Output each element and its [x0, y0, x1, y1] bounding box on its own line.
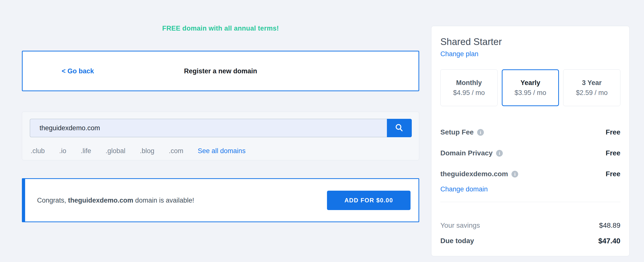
due-today-value: $47.40: [598, 237, 620, 245]
register-panel-title: Register a new domain: [23, 67, 418, 75]
tld-suggestion-io[interactable]: .io: [59, 147, 66, 155]
due-today-row: Due today $47.40: [440, 237, 620, 245]
term-label: Monthly: [456, 79, 482, 87]
plan-name: Shared Starter: [440, 36, 620, 48]
tld-suggestion-club[interactable]: .club: [30, 147, 45, 155]
availability-prefix: Congrats,: [37, 196, 68, 204]
tld-suggestions: .club .io .life .global .blog .com See a…: [30, 147, 246, 155]
line-item-value: Free: [606, 170, 620, 178]
term-option-3year[interactable]: 3 Year $2.59 / mo: [563, 69, 620, 106]
order-summary-card: Shared Starter Change plan Monthly $4.95…: [431, 26, 630, 256]
savings-row: Your savings $48.89: [440, 221, 620, 230]
line-item-setup-fee: Setup Fee i Free: [440, 128, 620, 136]
promo-banner: FREE domain with all annual terms!: [22, 24, 419, 32]
change-domain-link[interactable]: Change domain: [440, 185, 488, 193]
term-price: $3.95 / mo: [514, 89, 546, 97]
register-domain-panel: < Go back Register a new domain: [22, 51, 419, 91]
domain-search-input[interactable]: [30, 119, 387, 137]
line-item-label: Setup Fee: [440, 128, 474, 136]
availability-banner: Congrats, theguidexdemo.com domain is av…: [22, 178, 419, 222]
domain-search-card: .club .io .life .global .blog .com See a…: [22, 112, 419, 160]
tld-suggestion-global[interactable]: .global: [106, 147, 126, 155]
domain-registration-page: FREE domain with all annual terms! < Go …: [0, 0, 644, 262]
see-all-domains-link[interactable]: See all domains: [198, 147, 246, 155]
change-plan-link[interactable]: Change plan: [440, 50, 478, 58]
savings-label: Your savings: [440, 222, 480, 230]
tld-suggestion-com[interactable]: .com: [169, 147, 184, 155]
term-label: Yearly: [520, 79, 540, 87]
info-icon[interactable]: i: [512, 171, 518, 178]
info-icon[interactable]: i: [496, 150, 503, 156]
term-label: 3 Year: [582, 79, 602, 87]
summary-divider: [440, 202, 620, 202]
term-option-monthly[interactable]: Monthly $4.95 / mo: [440, 69, 498, 106]
info-icon[interactable]: i: [477, 129, 484, 136]
term-price: $2.59 / mo: [576, 89, 608, 97]
savings-value: $48.89: [599, 222, 620, 230]
search-button[interactable]: [387, 119, 412, 137]
tld-suggestion-life[interactable]: .life: [81, 147, 91, 155]
term-option-yearly[interactable]: Yearly $3.95 / mo: [502, 69, 559, 106]
search-icon: [394, 123, 404, 133]
line-item-domain: theguidexdemo.com i Free: [440, 170, 620, 178]
availability-message: Congrats, theguidexdemo.com domain is av…: [37, 196, 194, 204]
availability-suffix: domain is available!: [133, 196, 194, 204]
tld-suggestion-blog[interactable]: .blog: [140, 147, 154, 155]
term-price: $4.95 / mo: [453, 89, 485, 97]
availability-domain: theguidexdemo.com: [68, 196, 134, 204]
line-item-value: Free: [606, 149, 620, 157]
line-item-domain-privacy: Domain Privacy i Free: [440, 149, 620, 157]
line-item-value: Free: [606, 128, 620, 136]
line-item-label: Domain Privacy: [440, 149, 492, 157]
line-item-label: theguidexdemo.com: [440, 170, 508, 178]
add-domain-button[interactable]: ADD FOR $0.00: [327, 191, 410, 210]
due-today-label: Due today: [440, 237, 474, 245]
billing-term-selector: Monthly $4.95 / mo Yearly $3.95 / mo 3 Y…: [440, 69, 620, 106]
